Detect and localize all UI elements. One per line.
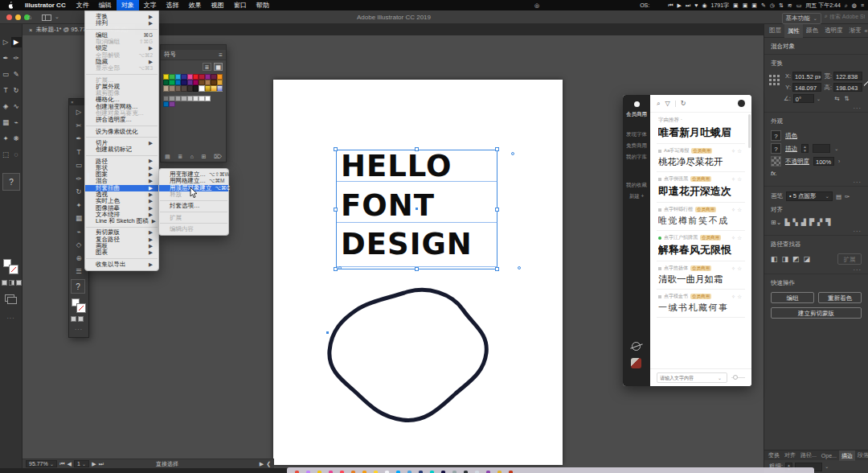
color-button[interactable] [71, 316, 76, 322]
font-name-2[interactable]: 点字倒强黑 [664, 175, 688, 183]
menubar-item-1[interactable]: 编辑 [94, 0, 117, 10]
swatch-0-4[interactable] [187, 74, 193, 80]
apple-icon[interactable] [7, 2, 14, 9]
fill-color-well[interactable]: ? [771, 130, 781, 141]
swatch-1-0[interactable] [163, 80, 169, 85]
swatch-0-7[interactable] [205, 74, 211, 80]
font-name-5[interactable]: 点字悠扬体 [664, 265, 688, 272]
layout-icon[interactable] [42, 14, 51, 21]
swatch-1-1[interactable] [169, 80, 174, 85]
user-avatar[interactable] [631, 358, 641, 368]
swatch-1-9[interactable] [217, 80, 223, 85]
help-tool-box[interactable]: ? [71, 279, 85, 294]
library-icon[interactable]: ▤ [165, 154, 170, 160]
font-name-6[interactable]: 点字模金书 [664, 293, 688, 300]
menubar-item-5[interactable]: 效果 [184, 0, 207, 10]
last-artboard-icon[interactable]: ⏭ [99, 461, 104, 467]
font-sample-2[interactable]: 即遣花开深造次 [658, 184, 743, 199]
opacity-label[interactable]: 不透明度 [785, 158, 809, 166]
next-artboard-icon[interactable]: ▶ [92, 461, 96, 467]
stroke-label[interactable]: 描边 [785, 145, 797, 153]
selection-handle-6[interactable] [415, 267, 419, 271]
direct-selection-tool-icon[interactable]: ▷ [1, 37, 11, 47]
eraser-tool-icon[interactable]: ◈ [1, 101, 11, 112]
flip-vertical-icon[interactable]: ⇅ [845, 95, 850, 102]
swatch-0-3[interactable] [181, 74, 186, 80]
brush-select[interactable]: • 5 点圆形 ⌄ [786, 191, 833, 201]
chevron-down-icon[interactable]: ⌄ [825, 463, 829, 470]
zoom-level-select[interactable]: 95.77% ⌄ [26, 460, 57, 467]
toolbar-more-dots[interactable]: ··· [69, 327, 88, 332]
clock-icon-4[interactable]: ◷ [770, 0, 775, 10]
wifi-icon-6[interactable]: ≋ [788, 0, 792, 10]
font-row-actions-4[interactable]: ✧☆ [731, 235, 743, 241]
pen-tool-icon[interactable]: ✒ [73, 134, 85, 144]
stroke-swatch[interactable] [10, 265, 18, 274]
swatch-1-8[interactable] [211, 80, 216, 85]
search-icon[interactable]: ⌕ [845, 0, 848, 10]
hellofont-nav-3[interactable]: 我的字库 [623, 153, 650, 161]
heart-icon[interactable]: ♥ [694, 0, 698, 10]
bottom-tab-3[interactable]: Ope... [819, 453, 839, 459]
collapse-panel-icon[interactable]: « [865, 27, 868, 35]
pathfinder-minus-front-icon[interactable]: ◨ [782, 255, 789, 263]
rectangle-tool-icon[interactable]: ▭ [1, 69, 11, 80]
selection-handle-4[interactable] [495, 208, 499, 212]
close-window-button[interactable] [6, 14, 12, 20]
selection-handle-3[interactable] [334, 208, 338, 212]
menubar-app-name[interactable]: Illustrator CC [19, 0, 72, 10]
swatch-0-2[interactable] [175, 74, 181, 80]
font-sample-3[interactable]: 唯觉樽前笑不成 [658, 215, 743, 227]
swatch-3-1[interactable] [169, 96, 174, 101]
selection-handle-5[interactable] [334, 267, 338, 271]
list-view-icon[interactable]: ≣ [203, 63, 211, 71]
close-tab-icon[interactable]: × [29, 27, 32, 34]
gradient-button[interactable] [9, 280, 14, 286]
object-menu-item-31[interactable]: 图表▶ [85, 249, 158, 256]
swatches-tab[interactable]: 符号 [164, 51, 176, 59]
minimize-window-button[interactable] [15, 14, 21, 20]
font-name-3[interactable]: 点字钟繇行楷 [664, 206, 693, 213]
slider-knob[interactable] [733, 375, 738, 380]
selection-handle-0[interactable] [334, 147, 338, 151]
pathfinder-more-dots[interactable]: ··· [764, 265, 868, 274]
brush-libraries-icon[interactable]: ▤ [836, 193, 841, 200]
swatch-0-6[interactable] [199, 74, 204, 80]
hellofont-nav-5[interactable]: 新建 + [623, 192, 650, 200]
opacity-field[interactable]: 100% [813, 157, 834, 166]
swatch-2-5[interactable] [193, 85, 199, 91]
screen-mode-icon[interactable] [5, 294, 14, 302]
opacity-well[interactable] [771, 156, 781, 167]
selection-handle-1[interactable] [415, 147, 419, 151]
scissors-tool-icon[interactable]: ✂ [73, 121, 85, 131]
home-icon[interactable]: ⌂ [27, 13, 31, 21]
hand-tool-icon[interactable]: ☰ [73, 266, 85, 277]
swatch-0-8[interactable] [211, 74, 216, 80]
swatch-2-0[interactable] [163, 85, 169, 91]
pathfinder-unite-icon[interactable]: ◧ [771, 255, 778, 263]
swatch-2-4[interactable] [187, 85, 193, 91]
swatch-2-1[interactable] [169, 85, 174, 91]
anchor-tool-icon[interactable]: ⊕ [73, 253, 85, 264]
object-menu-item-14[interactable]: 拼合透明度… [85, 117, 158, 123]
rotate-tool-icon[interactable]: ↻ [11, 85, 22, 96]
bottom-tab-1[interactable]: 对齐 [782, 451, 798, 459]
type-tool-icon[interactable]: T [73, 147, 85, 158]
gradient-tool-icon[interactable]: ▦ [1, 117, 11, 128]
zoom-tool-icon[interactable]: ◌ [11, 150, 22, 160]
grid-view-icon[interactable]: ▦ [214, 63, 223, 71]
swatch-3-3[interactable] [181, 96, 186, 101]
swatch-1-5[interactable] [193, 80, 199, 85]
workspace-switcher[interactable]: 基本功能 ⌄ [782, 13, 821, 24]
align-v-center-icon[interactable]: ▞ [817, 219, 822, 226]
panel-menu-icon[interactable]: ≡ [219, 51, 223, 59]
font-name-1[interactable]: Aa手写海报 [664, 147, 689, 154]
symbol-tool-icon[interactable]: ❋ [11, 134, 22, 144]
pen-tool-icon[interactable]: ✒ [1, 53, 11, 64]
selection-handle-7[interactable] [495, 267, 499, 271]
status-expand-icon[interactable]: ▶ [260, 461, 264, 467]
transform-more-dots[interactable]: ··· [764, 103, 868, 112]
scrollbar-thumb[interactable] [748, 114, 751, 148]
selection-handle-2[interactable] [495, 147, 499, 151]
panel-tab-3[interactable]: 透明度 [821, 27, 846, 35]
